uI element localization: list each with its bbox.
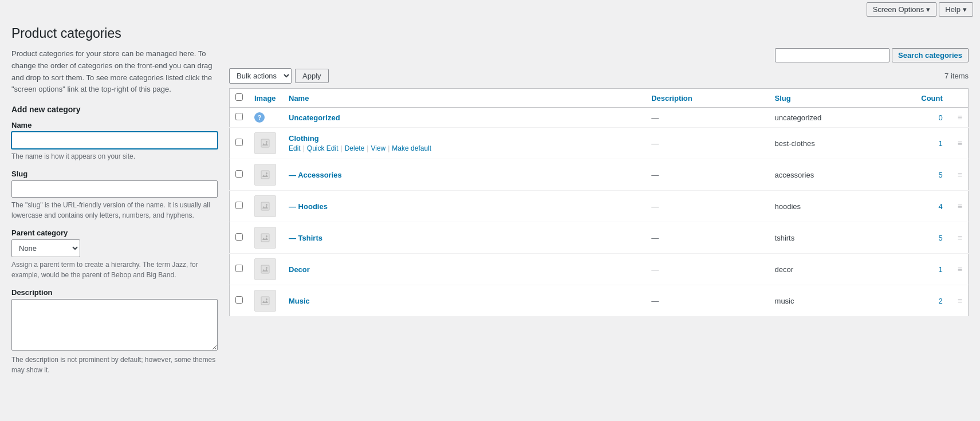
assign-hint: Assign a parent term to create a hierarc… xyxy=(11,259,218,280)
table-row: — Hoodies—hoodies4≡ xyxy=(230,191,969,222)
row-action-link[interactable]: Quick Edit xyxy=(307,144,339,152)
table-row: — Accessories—accessories5≡ xyxy=(230,159,969,191)
image-placeholder xyxy=(254,258,276,280)
parent-category-select[interactable]: None xyxy=(11,239,80,257)
row-action-link[interactable]: View xyxy=(371,144,385,152)
toolbar: Bulk actions Delete Apply 7 items xyxy=(229,68,969,84)
help-chevron: ▾ xyxy=(963,5,967,14)
row-count-cell: 1 xyxy=(906,128,952,159)
table-head: Image Name Description Slug Count xyxy=(230,89,969,108)
table-row: ?Uncategorized—uncategorized0≡ xyxy=(230,108,969,128)
row-action-link[interactable]: Delete xyxy=(345,144,365,152)
count-link[interactable]: 0 xyxy=(939,113,943,122)
parent-category-label: Parent category xyxy=(11,229,218,237)
row-checkbox[interactable] xyxy=(235,139,243,146)
count-link[interactable]: 2 xyxy=(939,297,943,305)
row-drag-handle[interactable]: ≡ xyxy=(952,191,969,222)
row-slug-cell: decor xyxy=(769,254,906,285)
search-input[interactable] xyxy=(775,48,890,62)
select-all-checkbox[interactable] xyxy=(235,93,243,101)
col-drag-header xyxy=(952,89,969,108)
row-checkbox-cell xyxy=(230,108,249,128)
row-action-separator: | xyxy=(303,144,305,152)
categories-tbody: ?Uncategorized—uncategorized0≡ClothingEd… xyxy=(230,108,969,317)
row-drag-handle[interactable]: ≡ xyxy=(952,108,969,128)
help-label: Help xyxy=(945,5,961,14)
count-link[interactable]: 1 xyxy=(939,139,943,148)
row-image-cell xyxy=(249,128,283,159)
search-categories-button[interactable]: Search categories xyxy=(892,48,969,62)
apply-button[interactable]: Apply xyxy=(295,69,329,83)
svg-point-1 xyxy=(266,141,267,143)
row-checkbox[interactable] xyxy=(235,265,243,272)
row-action-link[interactable]: Edit xyxy=(289,144,301,152)
row-checkbox[interactable] xyxy=(235,202,243,209)
description-dash: — xyxy=(651,297,659,305)
row-drag-handle[interactable]: ≡ xyxy=(952,128,969,159)
row-slug-cell: best-clothes xyxy=(769,128,906,159)
row-checkbox[interactable] xyxy=(235,296,243,304)
table-row: Decor—decor1≡ xyxy=(230,254,969,285)
row-drag-handle[interactable]: ≡ xyxy=(952,254,969,285)
top-bar: Screen Options ▾ Help ▾ xyxy=(0,0,980,19)
category-name-link[interactable]: — Hoodies xyxy=(289,202,328,211)
row-description-cell: — xyxy=(646,222,769,254)
name-field: Name The name is how it appears on your … xyxy=(11,121,218,162)
count-link[interactable]: 4 xyxy=(939,202,943,211)
parent-category-field: Parent category None Assign a parent ter… xyxy=(11,229,218,280)
screen-options-button[interactable]: Screen Options ▾ xyxy=(867,2,937,17)
add-new-category-title: Add new category xyxy=(11,105,218,114)
svg-rect-0 xyxy=(261,139,269,147)
bulk-actions-select[interactable]: Bulk actions Delete xyxy=(229,68,292,84)
row-action-separator: | xyxy=(367,144,368,152)
row-drag-handle[interactable]: ≡ xyxy=(952,222,969,254)
category-name-link[interactable]: Decor xyxy=(289,265,310,274)
name-input[interactable] xyxy=(11,132,218,149)
page-title: Product categories xyxy=(11,26,969,41)
slug-input[interactable] xyxy=(11,180,218,198)
row-checkbox-cell xyxy=(230,128,249,159)
svg-rect-10 xyxy=(261,297,269,305)
row-checkbox[interactable] xyxy=(235,170,243,178)
row-image-cell xyxy=(249,222,283,254)
row-drag-handle[interactable]: ≡ xyxy=(952,159,969,191)
col-count-header[interactable]: Count xyxy=(906,89,952,108)
description-textarea[interactable] xyxy=(11,299,218,351)
row-name-cell: ClothingEdit | Quick Edit | Delete | Vie… xyxy=(283,128,646,159)
row-checkbox-cell xyxy=(230,254,249,285)
drag-icon: ≡ xyxy=(958,139,962,148)
row-image-cell xyxy=(249,254,283,285)
page-content: Product categories Product categories fo… xyxy=(0,19,980,421)
category-name-link[interactable]: — Tshirts xyxy=(289,234,322,242)
slug-label: Slug xyxy=(11,170,218,178)
row-checkbox[interactable] xyxy=(235,113,243,120)
description-dash: — xyxy=(651,265,659,274)
main-layout: Product categories for your store can be… xyxy=(11,48,969,383)
apply-label: Apply xyxy=(302,72,321,80)
category-name-link[interactable]: Clothing xyxy=(289,134,319,143)
image-placeholder xyxy=(254,227,276,249)
row-action-link[interactable]: Make default xyxy=(392,144,431,152)
row-name-cell: Decor xyxy=(283,254,646,285)
row-name-cell: — Accessories xyxy=(283,159,646,191)
count-link[interactable]: 5 xyxy=(939,171,943,179)
image-placeholder xyxy=(254,132,276,154)
row-actions: Edit | Quick Edit | Delete | View | Make… xyxy=(289,144,640,152)
row-checkbox[interactable] xyxy=(235,233,243,241)
table-row: Music—music2≡ xyxy=(230,285,969,317)
col-slug-header[interactable]: Slug xyxy=(769,89,906,108)
col-name-header[interactable]: Name xyxy=(283,89,646,108)
table-row: ClothingEdit | Quick Edit | Delete | Vie… xyxy=(230,128,969,159)
help-button[interactable]: Help ▾ xyxy=(939,2,973,17)
count-link[interactable]: 1 xyxy=(939,265,943,274)
help-icon[interactable]: ? xyxy=(254,112,265,123)
col-select-all[interactable] xyxy=(230,89,249,108)
row-slug-cell: accessories xyxy=(769,159,906,191)
count-link[interactable]: 5 xyxy=(939,234,943,242)
category-name-link[interactable]: Music xyxy=(289,297,310,305)
row-count-cell: 5 xyxy=(906,222,952,254)
category-name-link[interactable]: — Accessories xyxy=(289,171,342,179)
category-name-link[interactable]: Uncategorized xyxy=(289,113,340,122)
row-checkbox-cell xyxy=(230,222,249,254)
row-drag-handle[interactable]: ≡ xyxy=(952,285,969,317)
